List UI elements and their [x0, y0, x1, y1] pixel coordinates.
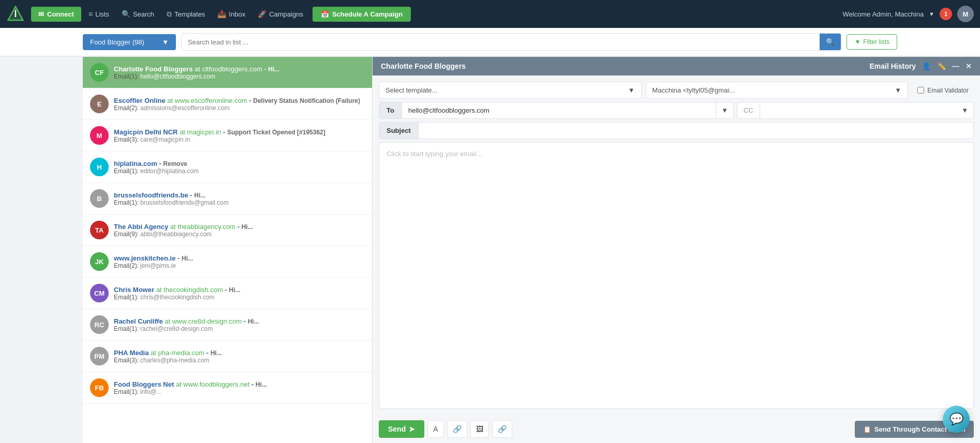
filter-lists-button[interactable]: ▼ Filter lists: [847, 34, 897, 50]
lead-search-input[interactable]: [182, 34, 820, 50]
chat-bubble[interactable]: 💬: [943, 406, 970, 433]
to-dropdown-icon[interactable]: ▼: [716, 102, 733, 118]
lead-name: brusselsfoodfriends.be - Hi...: [114, 191, 365, 199]
list-item[interactable]: MMagicpin Delhi NCR at magicpin.in - Sup…: [83, 120, 372, 151]
lead-name: Chris Mower at thecookingdish.com - Hi..…: [114, 286, 365, 294]
avatar: E: [90, 95, 109, 113]
lead-info: www.jenskitchen.ie - Hi...Email(2):jeni@…: [114, 254, 365, 269]
nav-search[interactable]: 🔍 Search: [116, 7, 159, 21]
top-navigation: ✉ Connect ≡ Lists 🔍 Search ⧉ Templates 📥…: [0, 0, 980, 28]
hyperlink-button[interactable]: 🔗: [492, 420, 512, 438]
template-selector[interactable]: Select template... ▼: [379, 82, 642, 99]
nav-campaigns[interactable]: 🚀 Campaigns: [253, 7, 308, 21]
email-body[interactable]: Click to start typing your email...: [379, 142, 974, 409]
list-item[interactable]: FBFood Bloggers Net at www.foodbloggers.…: [83, 372, 372, 404]
list-item[interactable]: PMPHA Media at pha-media.com - Hi...Emai…: [83, 341, 372, 372]
lead-info: PHA Media at pha-media.com - Hi...Email(…: [114, 349, 365, 364]
search-icon: 🔍: [122, 10, 130, 18]
envelope-icon: ✉: [38, 10, 44, 18]
cc-label: CC: [737, 102, 760, 118]
list-item[interactable]: CMChris Mower at thecookingdish.com - Hi…: [83, 278, 372, 309]
list-dropdown[interactable]: Food Blogger (98) ▼: [83, 34, 176, 50]
connect-button[interactable]: ✉ Connect: [31, 7, 81, 22]
list-item[interactable]: EEscoffier Online at www.escofferonline.…: [83, 88, 372, 120]
list-item[interactable]: TAThe Abbi Agency at theabbiagency.com -…: [83, 215, 372, 246]
list-item[interactable]: JKwww.jenskitchen.ie - Hi...Email(2):jen…: [83, 246, 372, 278]
list-toolbar: Food Blogger (98) ▼ 🔍 ▼ Filter lists: [0, 28, 980, 56]
lead-name: Magicpin Delhi NCR at magicpin.in - Supp…: [114, 128, 365, 136]
lead-search-button[interactable]: 🔍: [820, 34, 841, 50]
lead-email: Email(1):rachel@cre8d-design.com: [114, 325, 365, 332]
image-icon: 🖼: [476, 425, 483, 433]
list-item[interactable]: Bbrusselsfoodfriends.be - Hi...Email(1):…: [83, 183, 372, 215]
sender-selector[interactable]: Macchina <tyltyl05@gmai... ▼: [646, 82, 909, 99]
font-format-button[interactable]: A: [427, 420, 443, 438]
schedule-campaign-button[interactable]: 📅 Schedule A Campaign: [313, 7, 411, 22]
nav-templates[interactable]: ⧉ Templates: [161, 7, 210, 22]
avatar: H: [90, 158, 109, 176]
to-input[interactable]: [402, 102, 716, 118]
lead-name: Escoffier Online at www.escofferonline.c…: [114, 97, 365, 104]
edit-icon[interactable]: ✏️: [937, 62, 946, 70]
form-icon: 📋: [863, 425, 871, 433]
main-content: CFCharlotte Food Bloggers at cltfoodblog…: [0, 57, 980, 443]
close-icon[interactable]: ✕: [966, 62, 972, 70]
cc-dropdown-icon[interactable]: ▼: [956, 102, 973, 118]
subject-input[interactable]: [419, 123, 973, 139]
lead-name: Charlotte Food Bloggers at cltfoodblogge…: [114, 65, 365, 73]
lead-email: Email(3):charles@pha-media.com: [114, 357, 365, 364]
lead-email: Email(9):abbi@theabbiagency.com: [114, 231, 365, 238]
panel-actions: Email History 👤 ✏️ — ✕: [870, 62, 972, 70]
link-icon: 🔗: [453, 425, 462, 433]
chat-icon: 💬: [949, 413, 963, 426]
list-item[interactable]: Hhiplatina.com - RemoveEmail(1):editor@h…: [83, 151, 372, 183]
lead-email: Email(1):brusselsfoodfriends@gmail.com: [114, 199, 365, 206]
logo: [6, 5, 25, 23]
send-icon: ➤: [409, 425, 415, 433]
chevron-down-icon: ▼: [162, 38, 169, 46]
nav-inbox[interactable]: 📥 Inbox: [212, 7, 250, 21]
lead-list: CFCharlotte Food Bloggers at cltfoodblog…: [83, 57, 373, 443]
lead-search-bar: 🔍: [181, 33, 841, 51]
lead-info: Charlotte Food Bloggers at cltfoodblogge…: [114, 65, 365, 80]
email-validator-checkbox[interactable]: [917, 87, 924, 94]
inbox-icon: 📥: [217, 10, 226, 18]
avatar: PM: [90, 347, 109, 365]
lead-name: Rachel Cunliffe at www.cre8d-design.com …: [114, 317, 365, 325]
chevron-down-icon: ▼: [895, 86, 901, 94]
email-panel: Charlotte Food Bloggers Email History 👤 …: [373, 57, 980, 443]
avatar: M: [90, 126, 109, 145]
avatar[interactable]: M: [957, 6, 974, 22]
image-button[interactable]: 🖼: [470, 420, 489, 438]
list-item[interactable]: RCRachel Cunliffe at www.cre8d-design.co…: [83, 309, 372, 341]
cc-field-block: CC ▼: [737, 102, 974, 119]
avatar: TA: [90, 221, 109, 239]
lead-info: The Abbi Agency at theabbiagency.com - H…: [114, 223, 365, 238]
nav-right-area: Welcome Admin, Macchina ▼ 1 M: [843, 6, 974, 22]
email-panel-header: Charlotte Food Bloggers Email History 👤 …: [373, 57, 980, 75]
avatar: CF: [90, 63, 109, 82]
lead-email: Email(2):jeni@pims.ie: [114, 262, 365, 269]
lead-info: hiplatina.com - RemoveEmail(1):editor@hi…: [114, 160, 365, 175]
nav-lists[interactable]: ≡ Lists: [83, 7, 114, 21]
email-validator-row: Email Validator: [912, 82, 974, 99]
lead-info: Escoffier Online at www.escofferonline.c…: [114, 97, 365, 112]
to-label: To: [379, 102, 402, 118]
lead-name: hiplatina.com - Remove: [114, 160, 365, 167]
chevron-down-icon: ▼: [628, 86, 635, 94]
lead-info: Magicpin Delhi NCR at magicpin.in - Supp…: [114, 128, 365, 143]
avatar: RC: [90, 315, 109, 334]
subject-row: Subject: [379, 122, 974, 139]
send-button[interactable]: Send ➤: [379, 420, 424, 438]
link-button[interactable]: 🔗: [447, 420, 467, 438]
lead-email: Email(3):care@magicpin.in: [114, 136, 365, 143]
list-item[interactable]: CFCharlotte Food Bloggers at cltfoodblog…: [83, 57, 372, 88]
to-field-block: To ▼: [379, 102, 734, 119]
email-history-label: Email History: [870, 62, 916, 70]
minimize-icon[interactable]: —: [952, 62, 959, 70]
person-icon[interactable]: 👤: [922, 62, 931, 70]
lead-name: www.jenskitchen.ie - Hi...: [114, 254, 365, 262]
notification-badge[interactable]: 1: [940, 8, 952, 20]
lead-email: Email(1):chris@thecookingdish.com: [114, 294, 365, 301]
layers-icon: ⧉: [167, 10, 172, 19]
